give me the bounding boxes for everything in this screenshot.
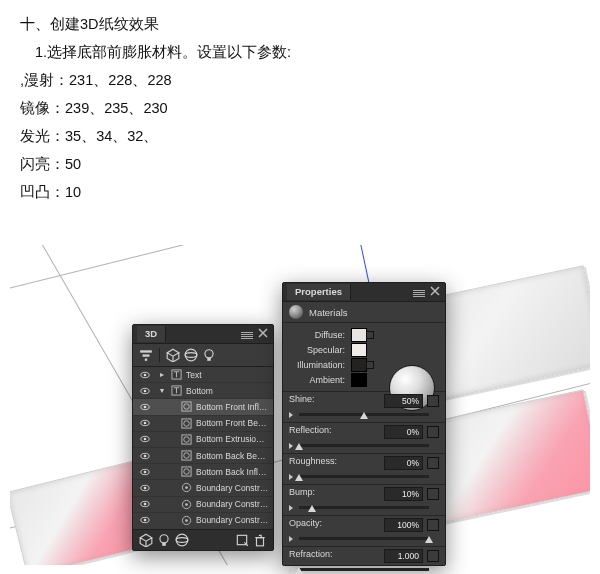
swatch-specular[interactable] [351,343,367,357]
panel-3d-footer [133,529,273,550]
text-layer-icon [170,369,182,381]
filter-all-icon[interactable] [139,348,153,362]
slider-value-reflection[interactable]: 0% [384,425,423,439]
layer-label: Bottom Front Bevel Material [196,418,269,428]
con-layer-icon [180,514,192,525]
layer-label: Bottom [186,386,269,396]
slider-value-roughness[interactable]: 0% [384,456,423,470]
footer-light-icon[interactable] [157,533,171,547]
footer-new-icon[interactable] [235,533,249,547]
twisty-icon[interactable]: ▸ [158,370,166,379]
layer-row-bc3[interactable]: Boundary Constraint 3_Bott… [133,513,273,525]
visibility-eye-icon[interactable] [139,401,150,412]
layer-row-bfi[interactable]: Bottom Front Inflation Mate… [133,399,273,415]
panel-3d-tab[interactable]: 3D [137,326,166,342]
filter-light-icon[interactable] [202,348,216,362]
slider-menu-icon[interactable] [427,457,439,469]
swatch-illumination[interactable] [351,358,367,372]
slider-thumb-reflection[interactable] [295,443,303,450]
layer-row-bfb[interactable]: Bottom Front Bevel Material [133,416,273,432]
slider-thumb-roughness[interactable] [295,474,303,481]
layer-row-text[interactable]: ▸Text [133,367,273,383]
layer-label: Boundary Constraint 3_Bott… [196,515,269,525]
footer-mesh-icon[interactable] [139,533,153,547]
panel-properties-header[interactable]: Properties [283,283,445,302]
slider-thumb-opacity[interactable] [425,536,433,543]
slider-track-bump[interactable] [299,506,429,509]
panel-3d-filter-toolbar [133,344,273,367]
visibility-eye-icon[interactable] [139,482,150,493]
label-ambient: Ambient: [289,375,345,385]
slider-opacity: Opacity:100% [283,516,445,547]
slider-value-opacity[interactable]: 100% [384,518,423,532]
layer-row-bbi[interactable]: Bottom Back Inflation Mate… [133,464,273,480]
disclosure-icon[interactable] [289,474,293,480]
slider-thumb-shine[interactable] [360,412,368,419]
panel-close-icon[interactable] [429,285,441,297]
disclosure-icon[interactable] [289,412,293,418]
layer-list[interactable]: ▸Text▾BottomBottom Front Inflation Mate…… [133,367,273,525]
visibility-eye-icon[interactable] [139,434,150,445]
label-illumination: Illumination: [289,360,345,370]
panel-properties-subheader: Materials [283,302,445,323]
panel-3d-header[interactable]: 3D [133,325,273,344]
filter-mesh-icon[interactable] [166,348,180,362]
swatch-ambient[interactable] [351,373,367,387]
slider-thumb-refraction[interactable] [295,567,303,574]
slider-track-reflection[interactable] [299,444,429,447]
panel-properties-tab[interactable]: Properties [287,284,351,300]
disclosure-icon[interactable] [289,505,293,511]
disclosure-icon[interactable] [289,536,293,542]
mat-layer-icon [180,401,192,413]
slider-track-refraction[interactable] [299,568,429,571]
layer-row-bem[interactable]: Bottom Extrusion Material [133,432,273,448]
slider-track-roughness[interactable] [299,475,429,478]
visibility-eye-icon[interactable] [139,369,150,380]
layer-row-bc2[interactable]: Boundary Constraint 2_Bott… [133,497,273,513]
material-swatches: Diffuse: Specular: Illumination: Ambient… [283,323,445,392]
slider-value-shine[interactable]: 50% [384,394,423,408]
slider-thumb-bump[interactable] [308,505,316,512]
layer-row-bbb[interactable]: Bottom Back Bevel Material [133,448,273,464]
layer-label: Bottom Back Inflation Mate… [196,467,269,477]
footer-cam-icon[interactable] [175,533,189,547]
swatch-diffuse[interactable] [351,328,367,342]
filter-material-icon[interactable] [184,348,198,362]
twisty-icon[interactable]: ▾ [158,386,166,395]
slider-menu-icon[interactable] [427,519,439,531]
mat-layer-icon [180,466,192,478]
visibility-eye-icon[interactable] [139,515,150,525]
label-specular: Specular: [289,345,345,355]
panel-menu-icon[interactable] [413,285,425,297]
panel-menu-icon[interactable] [241,327,253,339]
slider-menu-icon[interactable] [427,550,439,562]
swatch-menu-icon[interactable] [366,331,374,339]
panel-properties[interactable]: Properties Materials Diffuse: Specular: … [282,282,446,566]
visibility-eye-icon[interactable] [139,450,150,461]
label-diffuse: Diffuse: [289,330,345,340]
slider-menu-icon[interactable] [427,395,439,407]
visibility-eye-icon[interactable] [139,385,150,396]
footer-trash-icon[interactable] [253,533,267,547]
article-l5: 凹凸：10 [20,180,580,204]
disclosure-icon[interactable] [289,567,293,573]
slider-menu-icon[interactable] [427,426,439,438]
slider-value-bump[interactable]: 10% [384,487,423,501]
layer-row-bc1[interactable]: Boundary Constraint 1_Bott… [133,480,273,496]
article-l1: ,漫射：231、228、228 [20,68,580,92]
panel-3d[interactable]: 3D ▸Text▾BottomBottom Front Inflation Ma… [132,324,274,551]
article-heading: 十、创建3D纸纹效果 [20,12,580,36]
slider-track-opacity[interactable] [299,537,429,540]
layer-label: Bottom Extrusion Material [196,434,269,444]
disclosure-icon[interactable] [289,443,293,449]
visibility-eye-icon[interactable] [139,466,150,477]
layer-row-bottom[interactable]: ▾Bottom [133,383,273,399]
con-layer-icon [180,498,192,510]
article-l3: 发光：35、34、32、 [20,124,580,148]
swatch-menu-icon[interactable] [366,361,374,369]
visibility-eye-icon[interactable] [139,418,150,429]
panel-close-icon[interactable] [257,327,269,339]
slider-menu-icon[interactable] [427,488,439,500]
slider-value-refraction[interactable]: 1.000 [384,549,423,563]
visibility-eye-icon[interactable] [139,499,150,510]
